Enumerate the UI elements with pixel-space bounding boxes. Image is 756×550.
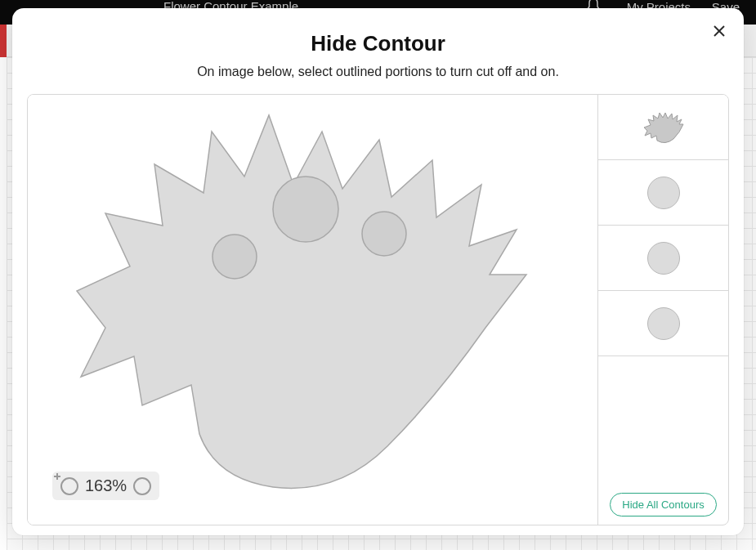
contour-shape[interactable] bbox=[28, 95, 597, 503]
contour-thumbnail-list: Hide All Contours bbox=[597, 95, 728, 525]
outline-thumb-icon bbox=[641, 110, 687, 145]
zoom-in-button[interactable] bbox=[133, 477, 151, 495]
hide-contour-modal: Hide Contour On image below, select outl… bbox=[12, 8, 744, 535]
contour-circle-2[interactable] bbox=[362, 212, 406, 256]
circle-thumb-icon bbox=[647, 177, 680, 209]
sidebar-footer: Hide All Contours bbox=[598, 485, 728, 525]
contour-thumbnail-circle-1[interactable] bbox=[598, 160, 728, 226]
contour-circle-1[interactable] bbox=[273, 177, 338, 242]
hide-all-contours-button[interactable]: Hide All Contours bbox=[610, 493, 716, 516]
modal-title: Hide Contour bbox=[27, 31, 729, 56]
contour-panel: 163% Hide All Conto bbox=[27, 94, 729, 525]
contour-thumbnail-circle-2[interactable] bbox=[598, 226, 728, 291]
thumbnail-spacer bbox=[598, 356, 728, 485]
close-button[interactable] bbox=[709, 21, 729, 41]
modal-subtitle: On image below, select outlined portions… bbox=[27, 65, 729, 79]
zoom-out-button[interactable] bbox=[60, 477, 78, 495]
close-icon bbox=[713, 25, 726, 38]
circle-thumb-icon bbox=[647, 307, 680, 340]
plus-icon bbox=[52, 472, 62, 481]
contour-thumbnail-circle-3[interactable] bbox=[598, 291, 728, 356]
contour-thumbnail-outline[interactable] bbox=[598, 95, 728, 160]
circle-thumb-icon bbox=[647, 242, 680, 275]
contour-circle-3[interactable] bbox=[212, 235, 257, 279]
zoom-control: 163% bbox=[52, 472, 159, 500]
contour-preview-area[interactable]: 163% bbox=[28, 95, 597, 525]
zoom-value: 163% bbox=[85, 476, 127, 495]
